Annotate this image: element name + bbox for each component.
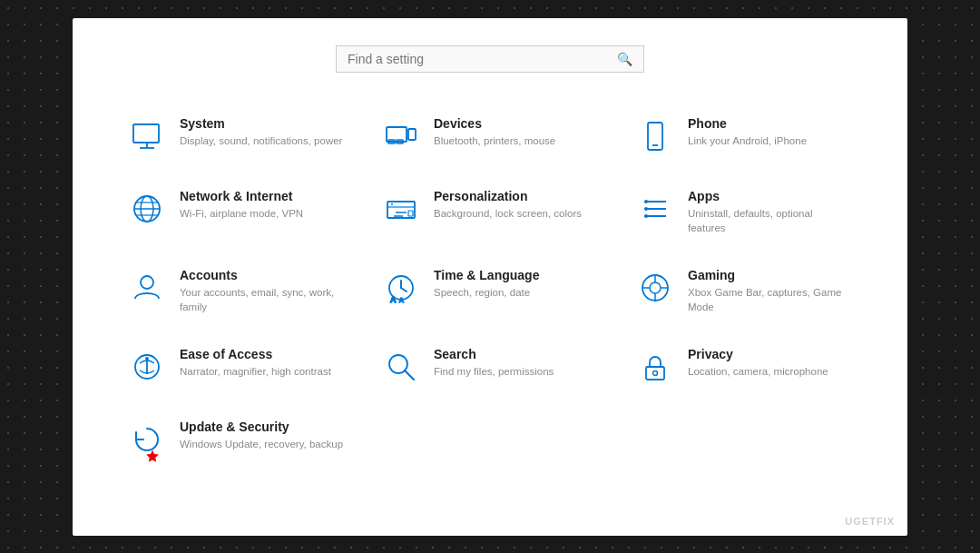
svg-point-30	[650, 282, 661, 293]
search-container: 🔍	[336, 45, 644, 73]
network-title: Network & Internet	[180, 189, 303, 203]
settings-window: 🔍 System Display, sound, notifications, …	[73, 18, 907, 536]
personalization-icon	[381, 189, 421, 229]
phone-desc: Link your Android, iPhone	[688, 133, 807, 148]
accounts-icon	[127, 268, 167, 308]
search-desc: Find my files, permissions	[434, 364, 554, 379]
update-icon	[127, 420, 167, 459]
gaming-title: Gaming	[688, 268, 853, 282]
update-text: Update & Security Windows Update, recove…	[180, 420, 343, 451]
accounts-desc: Your accounts, email, sync, work, family	[180, 285, 345, 314]
setting-system[interactable]: System Display, sound, notifications, po…	[109, 100, 363, 173]
setting-privacy[interactable]: Privacy Location, camera, microphone	[617, 331, 871, 403]
privacy-icon	[635, 347, 675, 387]
setting-network[interactable]: Network & Internet Wi-Fi, airplane mode,…	[109, 173, 363, 252]
search-text: Search Find my files, permissions	[434, 347, 554, 379]
network-icon	[127, 189, 167, 229]
svg-text:A: A	[390, 295, 397, 304]
gaming-icon	[635, 268, 675, 308]
devices-title: Devices	[434, 116, 555, 131]
search-bar[interactable]: 🔍	[336, 45, 644, 73]
privacy-desc: Location, camera, microphone	[688, 364, 828, 379]
phone-icon	[635, 116, 675, 156]
ease-desc: Narrator, magnifier, high contrast	[180, 364, 331, 379]
svg-point-37	[145, 357, 149, 360]
svg-rect-40	[646, 367, 664, 380]
personalization-title: Personalization	[434, 189, 582, 203]
ease-title: Ease of Access	[180, 347, 331, 361]
setting-search[interactable]: Search Find my files, permissions	[363, 331, 617, 403]
svg-point-20	[644, 200, 648, 203]
setting-accounts[interactable]: Accounts Your accounts, email, sync, wor…	[109, 252, 363, 331]
ease-icon	[127, 347, 167, 387]
svg-line-39	[405, 370, 414, 380]
svg-point-41	[653, 370, 658, 375]
setting-phone[interactable]: Phone Link your Android, iPhone	[617, 100, 871, 173]
time-desc: Speech, region, date	[434, 285, 539, 300]
setting-apps[interactable]: Apps Uninstall, defaults, optional featu…	[617, 173, 871, 252]
update-title: Update & Security	[180, 420, 343, 434]
setting-update[interactable]: Update & Security Windows Update, recove…	[109, 403, 363, 476]
devices-desc: Bluetooth, printers, mouse	[434, 133, 555, 148]
setting-gaming[interactable]: Gaming Xbox Game Bar, captures, Game Mod…	[617, 252, 871, 331]
network-desc: Wi-Fi, airplane mode, VPN	[180, 206, 303, 221]
svg-rect-16	[408, 211, 413, 216]
devices-icon	[381, 116, 421, 156]
setting-devices[interactable]: Devices Bluetooth, printers, mouse	[363, 100, 617, 173]
accounts-text: Accounts Your accounts, email, sync, wor…	[180, 268, 345, 314]
svg-line-26	[401, 288, 407, 291]
svg-marker-42	[146, 449, 159, 461]
gaming-text: Gaming Xbox Game Bar, captures, Game Mod…	[688, 268, 853, 314]
svg-point-23	[141, 276, 153, 289]
search-title: Search	[434, 347, 554, 361]
svg-text:A: A	[399, 297, 404, 303]
watermark: UGETFIX	[845, 516, 895, 527]
personalization-desc: Background, lock screen, colors	[434, 206, 582, 221]
apps-title: Apps	[688, 189, 853, 203]
time-icon: A A	[381, 268, 421, 308]
svg-point-22	[644, 214, 648, 218]
system-text: System Display, sound, notifications, po…	[180, 116, 342, 148]
apps-text: Apps Uninstall, defaults, optional featu…	[688, 189, 853, 235]
phone-text: Phone Link your Android, iPhone	[688, 116, 807, 148]
system-title: System	[180, 116, 342, 131]
search-input[interactable]	[348, 52, 617, 66]
system-desc: Display, sound, notifications, power	[180, 133, 342, 148]
apps-icon	[635, 189, 675, 229]
phone-title: Phone	[688, 116, 807, 131]
privacy-text: Privacy Location, camera, microphone	[688, 347, 828, 379]
setting-time[interactable]: A A Time & Language Speech, region, date	[363, 252, 617, 331]
svg-rect-0	[133, 124, 159, 143]
setting-ease[interactable]: Ease of Access Narrator, magnifier, high…	[109, 331, 363, 403]
gaming-desc: Xbox Game Bar, captures, Game Mode	[688, 285, 853, 314]
accounts-title: Accounts	[180, 268, 345, 282]
svg-rect-4	[408, 129, 416, 140]
update-desc: Windows Update, recovery, backup	[180, 437, 343, 451]
ease-text: Ease of Access Narrator, magnifier, high…	[180, 347, 331, 379]
settings-grid: System Display, sound, notifications, po…	[109, 100, 871, 476]
privacy-title: Privacy	[688, 347, 828, 361]
system-icon	[127, 116, 167, 156]
time-title: Time & Language	[434, 268, 539, 282]
time-text: Time & Language Speech, region, date	[434, 268, 539, 300]
setting-personalization[interactable]: Personalization Background, lock screen,…	[363, 173, 617, 252]
network-text: Network & Internet Wi-Fi, airplane mode,…	[180, 189, 303, 221]
apps-desc: Uninstall, defaults, optional features	[688, 206, 853, 235]
search-settings-icon	[381, 347, 421, 387]
search-icon: 🔍	[617, 52, 632, 66]
devices-text: Devices Bluetooth, printers, mouse	[434, 116, 555, 148]
personalization-text: Personalization Background, lock screen,…	[434, 189, 582, 221]
svg-point-21	[644, 207, 648, 211]
